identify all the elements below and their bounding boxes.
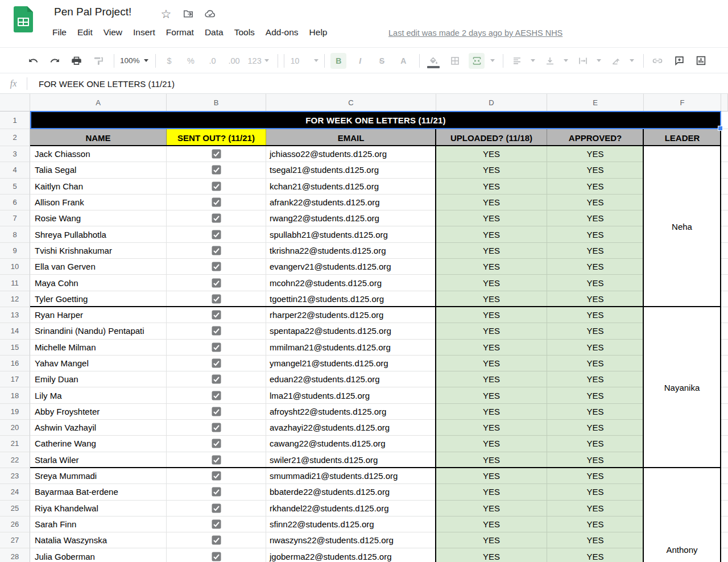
insert-comment-button[interactable] [671,53,687,69]
vertical-align-button[interactable] [542,53,558,69]
header-sent-out[interactable]: SENT OUT? (11/21) [167,129,266,146]
checkbox-checked-icon[interactable] [212,310,221,320]
row-number-16[interactable]: 16 [0,356,30,371]
cell-uploaded[interactable]: YES [436,340,547,356]
cell-approved[interactable]: YES [547,259,644,275]
checkbox-checked-icon[interactable] [212,294,221,304]
text-color-button[interactable]: A [395,53,411,69]
merge-cells-button[interactable] [469,53,485,69]
banner-cell[interactable]: FOR WEEK ONE LETTERS (11/21) [30,111,721,129]
cell-uploaded[interactable]: YES [436,195,547,210]
formula-input[interactable]: FOR WEEK ONE LETTERS (11/21) [39,79,175,89]
zoom-select[interactable]: 100% [120,56,148,65]
cell-email[interactable]: jchiasso22@students.d125.org [266,146,436,162]
cell-email[interactable]: ymangel21@students.d125.org [266,356,436,371]
menu-file[interactable]: File [52,27,67,38]
cell-approved[interactable]: YES [547,162,644,178]
cell-approved[interactable]: YES [547,548,644,562]
checkbox-checked-icon[interactable] [212,487,221,497]
header-name[interactable]: NAME [30,129,167,146]
cell-name[interactable]: Abby Froyshteter [30,404,167,420]
cell-uploaded[interactable]: YES [436,387,547,403]
cell-email[interactable]: rwang22@students.d125.org [266,210,436,226]
print-button[interactable] [68,53,84,69]
borders-button[interactable] [447,53,463,69]
checkbox-checked-icon[interactable] [212,439,221,448]
cell-approved[interactable]: YES [547,468,644,484]
cell-name[interactable]: Sreya Mummadi [30,468,167,484]
row-number-9[interactable]: 9 [0,243,30,259]
header-approved[interactable]: APPROVED? [547,129,644,146]
cell-name[interactable]: Riya Khandelwal [30,501,167,516]
row-number-11[interactable]: 11 [0,275,30,291]
cell-name[interactable]: Tyler Goetting [30,291,167,307]
row-number-12[interactable]: 12 [0,291,30,307]
move-to-folder-icon[interactable] [181,7,195,20]
row-number-10[interactable]: 10 [0,259,30,275]
row-number-24[interactable]: 24 [0,484,30,500]
cell-uploaded[interactable]: YES [436,452,547,468]
cell-email[interactable]: rkhandel22@students.d125.org [266,501,436,516]
document-title[interactable]: Pen Pal Project! [54,6,131,18]
header-uploaded[interactable]: UPLOADED? (11/18) [436,129,547,146]
row-number-26[interactable]: 26 [0,516,30,532]
cell-name[interactable]: Catherine Wang [30,436,167,452]
cell-uploaded[interactable]: YES [436,179,547,195]
checkbox-checked-icon[interactable] [212,181,221,191]
last-edit-link[interactable]: Last edit was made 2 days ago by AESHS N… [388,28,562,38]
cell-email[interactable]: tkrishna22@students.d125.org [266,243,436,259]
cell-approved[interactable]: YES [547,243,644,259]
horizontal-align-dropdown[interactable] [531,59,535,62]
cell-uploaded[interactable]: YES [436,323,547,339]
row-number-25[interactable]: 25 [0,501,30,516]
menu-help[interactable]: Help [309,27,328,38]
cell-uploaded[interactable]: YES [436,226,547,242]
cell-email[interactable]: cawang22@students.d125.org [266,436,436,452]
cell-approved[interactable]: YES [547,291,644,307]
checkbox-checked-icon[interactable] [212,535,221,545]
menu-insert[interactable]: Insert [133,27,155,38]
cell-approved[interactable]: YES [547,356,644,371]
cell-uploaded[interactable]: YES [436,420,547,436]
fill-color-button[interactable] [425,53,441,69]
cell-uploaded[interactable]: YES [436,468,547,484]
row-number-20[interactable]: 20 [0,420,30,436]
column-header-F[interactable]: F [644,94,721,111]
cell-email[interactable]: nwaszyns22@students.d125.org [266,532,436,548]
cell-email[interactable]: tgoettin21@students.d125.org [266,291,436,307]
cell-uploaded[interactable]: YES [436,146,547,162]
cell-approved[interactable]: YES [547,226,644,242]
cell-approved[interactable]: YES [547,501,644,516]
cell-email[interactable]: lma21@students.d125.org [266,387,436,403]
cell-approved[interactable]: YES [547,275,644,291]
cell-uploaded[interactable]: YES [436,436,547,452]
cell-email[interactable]: spentapa22@students.d125.org [266,323,436,339]
row-number-13[interactable]: 13 [0,307,30,323]
column-header-C[interactable]: C [266,94,436,111]
column-header-A[interactable]: A [30,94,167,111]
row-number-21[interactable]: 21 [0,436,30,452]
cell-name[interactable]: Rosie Wang [30,210,167,226]
cell-name[interactable]: Emily Duan [30,371,167,387]
checkbox-checked-icon[interactable] [212,213,221,223]
cell-email[interactable]: smummadi21@students.d125.org [266,468,436,484]
checkbox-checked-icon[interactable] [212,407,221,416]
cell-uploaded[interactable]: YES [436,162,547,178]
cell-name[interactable]: Kaitlyn Chan [30,179,167,195]
cell-approved[interactable]: YES [547,307,644,323]
row-number-14[interactable]: 14 [0,323,30,339]
menu-data[interactable]: Data [205,27,224,38]
menu-format[interactable]: Format [166,27,194,38]
cell-approved[interactable]: YES [547,146,644,162]
row-number-27[interactable]: 27 [0,532,30,548]
cell-email[interactable]: spullabh21@students.d125.org [266,226,436,242]
redo-button[interactable] [47,53,63,69]
text-wrap-button[interactable] [575,53,591,69]
row-number-28[interactable]: 28 [0,548,30,562]
leader-cell-neha[interactable]: Neha [644,146,720,307]
cell-uploaded[interactable]: YES [436,404,547,420]
checkbox-checked-icon[interactable] [212,326,221,336]
cell-email[interactable]: bbaterde22@students.d125.org [266,484,436,500]
checkbox-checked-icon[interactable] [212,471,221,481]
row-number-5[interactable]: 5 [0,179,30,195]
